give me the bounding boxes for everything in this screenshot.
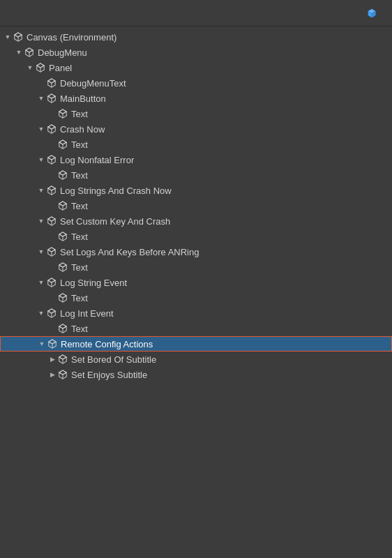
cube-icon — [57, 231, 68, 242]
tree-item-set-enjoys[interactable]: Set Enjoys Subtitle — [0, 367, 392, 382]
cube-icon — [57, 139, 68, 150]
tree-arrow[interactable] — [47, 109, 57, 119]
cube-icon — [57, 354, 68, 365]
tree-item-label: Canvas (Environment) — [27, 32, 116, 43]
cube-icon — [57, 262, 68, 273]
tree-arrow[interactable] — [36, 216, 46, 226]
tree-arrow[interactable] — [36, 124, 46, 134]
tree-item-label: Set Custom Key And Crash — [60, 216, 170, 227]
tree-item-debugmenu[interactable]: DebugMenu — [0, 45, 392, 60]
tree-item-debugmenutext[interactable]: DebugMenuText — [0, 75, 392, 91]
tree-arrow[interactable] — [47, 354, 57, 364]
cube-icon — [57, 292, 68, 303]
tree-item-log-string-event[interactable]: Log String Event — [0, 275, 392, 290]
tree-arrow[interactable] — [47, 140, 57, 149]
tree-item-canvas[interactable]: Canvas (Environment) — [0, 29, 392, 45]
tree-item-label: Text — [71, 140, 88, 150]
tree-item-label: Text — [71, 170, 88, 181]
tree-arrow[interactable] — [14, 47, 24, 57]
tree-item-set-custom[interactable]: Set Custom Key And Crash — [0, 213, 392, 229]
tree-item-mainbutton[interactable]: MainButton — [0, 91, 392, 106]
tree-arrow[interactable] — [36, 308, 46, 318]
cube-icon — [46, 123, 57, 135]
cube-icon — [24, 47, 35, 58]
cube-icon — [46, 277, 57, 288]
cube-icon — [13, 31, 24, 43]
cube-icon — [57, 323, 68, 334]
tree-item-label: Set Enjoys Subtitle — [71, 370, 147, 380]
cube-icon — [46, 216, 57, 227]
tree-item-mainbutton-text[interactable]: Text — [0, 106, 392, 121]
tree-item-label: Text — [71, 109, 88, 119]
tree-item-label: Log Strings And Crash Now — [60, 186, 172, 196]
tree-arrow[interactable] — [36, 278, 46, 287]
tree-item-label: Text — [71, 324, 88, 334]
tree-arrow[interactable] — [47, 262, 57, 272]
tree-arrow[interactable] — [36, 78, 46, 88]
cube-icon — [46, 246, 57, 257]
tree-item-label: DebugMenuText — [60, 78, 126, 89]
tree-arrow[interactable] — [36, 155, 46, 165]
tree-arrow[interactable] — [3, 32, 13, 42]
tree-item-log-int-event[interactable]: Log Int Event — [0, 306, 392, 321]
tree-item-remote-config[interactable]: Remote Config Actions — [0, 336, 392, 352]
cube-icon — [57, 108, 68, 119]
tree-arrow[interactable] — [47, 324, 57, 333]
header — [0, 0, 392, 27]
tree-arrow[interactable] — [36, 247, 46, 257]
tree-item-log-int-event-text[interactable]: Text — [0, 321, 392, 336]
tree-arrow[interactable] — [47, 293, 57, 303]
tree-item-label: Text — [71, 232, 88, 242]
cube-icon — [46, 93, 57, 104]
tree-item-label: Text — [71, 293, 88, 303]
tree-item-log-nonfatal-text[interactable]: Text — [0, 167, 392, 183]
tree-arrow[interactable] — [47, 201, 57, 211]
tree-arrow[interactable] — [47, 370, 57, 379]
tree-item-log-string-event-text[interactable]: Text — [0, 290, 392, 306]
tree-item-log-strings-text[interactable]: Text — [0, 198, 392, 213]
tree-item-log-strings[interactable]: Log Strings And Crash Now — [0, 183, 392, 198]
tree-item-set-custom-text[interactable]: Text — [0, 229, 392, 244]
tree-item-label: Text — [71, 201, 88, 211]
tree-item-label: Panel — [49, 63, 72, 73]
header-cube-icon — [367, 8, 377, 18]
tree-item-crash-now-text[interactable]: Text — [0, 137, 392, 152]
tree-item-label: Log Nonfatal Error — [60, 155, 134, 165]
tree-item-label: Set Bored Of Subtitle — [71, 354, 156, 365]
tree-arrow[interactable] — [36, 186, 46, 195]
tree-item-set-bored[interactable]: Set Bored Of Subtitle — [0, 352, 392, 367]
cube-icon — [46, 77, 57, 89]
cube-icon — [57, 369, 68, 380]
tree-item-label: Crash Now — [60, 124, 105, 135]
cube-icon — [57, 200, 68, 211]
tree-arrow[interactable] — [47, 232, 57, 241]
tree-item-label: MainButton — [60, 93, 106, 104]
header-title — [367, 8, 382, 18]
tree-item-label: Remote Config Actions — [61, 339, 153, 349]
tree-item-panel[interactable]: Panel — [0, 60, 392, 75]
cube-icon — [46, 185, 57, 196]
hierarchy-panel: Canvas (Environment) DebugMenu Panel Deb… — [0, 27, 392, 558]
tree-item-log-nonfatal[interactable]: Log Nonfatal Error — [0, 152, 392, 167]
tree-item-crash-now[interactable]: Crash Now — [0, 121, 392, 137]
cube-icon — [35, 62, 46, 73]
tree-item-label: Log Int Event — [60, 308, 114, 319]
cube-icon — [46, 308, 57, 319]
tree-item-label: DebugMenu — [38, 47, 87, 58]
tree-arrow[interactable] — [37, 339, 47, 349]
tree-item-set-logs-anr-text[interactable]: Text — [0, 259, 392, 275]
tree-item-set-logs-anr[interactable]: Set Logs And Keys Before ANRing — [0, 244, 392, 259]
cube-icon — [46, 154, 57, 165]
cube-icon — [57, 169, 68, 181]
tree-arrow[interactable] — [47, 170, 57, 180]
tree-item-label: Log String Event — [60, 278, 127, 288]
cube-icon — [47, 338, 58, 349]
tree-item-label: Text — [71, 262, 88, 273]
tree-arrow[interactable] — [36, 93, 46, 103]
tree-item-label: Set Logs And Keys Before ANRing — [60, 247, 199, 257]
tree-arrow[interactable] — [25, 63, 35, 73]
